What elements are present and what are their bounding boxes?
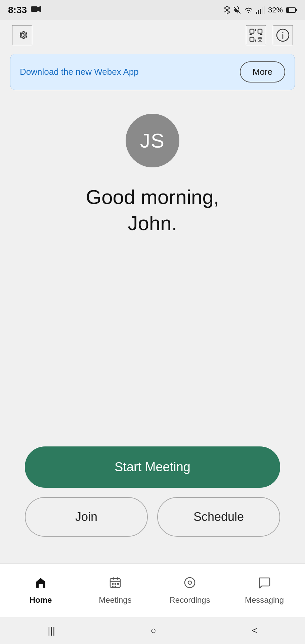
greeting-line1: Good morning, — [86, 184, 219, 210]
svg-point-32 — [188, 581, 191, 584]
svg-rect-0 — [31, 6, 38, 12]
signal-icon — [256, 6, 265, 14]
back-button[interactable]: < — [242, 622, 267, 639]
svg-rect-13 — [258, 29, 262, 33]
meetings-icon — [109, 576, 122, 592]
svg-rect-28 — [117, 583, 119, 585]
system-nav: ||| ○ < — [0, 617, 305, 644]
nav-item-meetings[interactable]: Meetings — [78, 576, 152, 605]
nav-label-meetings: Meetings — [99, 595, 131, 605]
banner-text: Download the new Webex App — [20, 67, 139, 77]
avatar: JS — [126, 114, 179, 167]
nav-item-messaging[interactable]: Messaging — [227, 576, 302, 605]
svg-point-21 — [282, 32, 284, 33]
status-bar-left: 8:33 — [8, 5, 42, 15]
avatar-initials: JS — [140, 129, 165, 152]
svg-rect-27 — [115, 583, 116, 585]
svg-rect-14 — [250, 37, 254, 41]
mute-icon — [233, 6, 241, 14]
svg-rect-29 — [112, 586, 114, 587]
svg-point-31 — [185, 578, 195, 588]
secondary-buttons: Join Schedule — [25, 497, 280, 537]
svg-marker-1 — [38, 6, 41, 12]
banner-more-button[interactable]: More — [240, 61, 285, 83]
nav-label-messaging: Messaging — [245, 595, 284, 605]
status-icons — [224, 5, 265, 15]
recordings-icon — [183, 576, 196, 592]
join-button[interactable]: Join — [25, 497, 148, 537]
svg-rect-11 — [296, 9, 297, 11]
status-bar-right: 32% — [224, 5, 297, 15]
bottom-nav: Home Meetings Recordings — [0, 564, 305, 617]
recent-apps-button[interactable]: ||| — [38, 622, 65, 639]
app-header — [0, 20, 305, 50]
status-time: 8:33 — [8, 5, 27, 15]
svg-rect-6 — [260, 9, 261, 14]
nav-item-recordings[interactable]: Recordings — [152, 576, 227, 605]
home-icon — [34, 576, 47, 592]
schedule-button[interactable]: Schedule — [157, 497, 280, 537]
svg-rect-4 — [256, 12, 257, 14]
start-meeting-button[interactable]: Start Meeting — [25, 446, 280, 488]
nav-label-recordings: Recordings — [169, 595, 210, 605]
nav-item-home[interactable]: Home — [3, 576, 78, 605]
battery-icon — [286, 7, 297, 13]
camera-recording-icon — [31, 5, 42, 15]
messaging-icon — [258, 576, 271, 592]
svg-rect-5 — [258, 10, 259, 14]
svg-rect-12 — [250, 29, 254, 33]
status-bar: 8:33 — [0, 0, 305, 20]
home-system-button[interactable]: ○ — [140, 622, 166, 639]
main-content: JS Good morning, John. Start Meeting Joi… — [0, 94, 305, 564]
greeting-line2: John. — [86, 210, 219, 236]
scan-button[interactable] — [246, 25, 266, 45]
greeting: Good morning, John. — [86, 184, 219, 236]
svg-rect-26 — [112, 583, 114, 585]
nav-label-home: Home — [30, 595, 52, 605]
wifi-icon — [244, 6, 253, 14]
svg-rect-30 — [115, 586, 116, 587]
settings-button[interactable] — [12, 25, 32, 45]
battery-percent: 32% — [268, 6, 283, 14]
svg-rect-8 — [264, 6, 265, 14]
action-buttons: Start Meeting Join Schedule — [25, 446, 280, 537]
bluetooth-icon — [224, 5, 230, 15]
svg-rect-7 — [262, 7, 263, 14]
header-right — [246, 25, 293, 45]
info-button[interactable] — [273, 25, 293, 45]
svg-rect-10 — [287, 8, 289, 12]
download-banner: Download the new Webex App More — [10, 54, 295, 90]
